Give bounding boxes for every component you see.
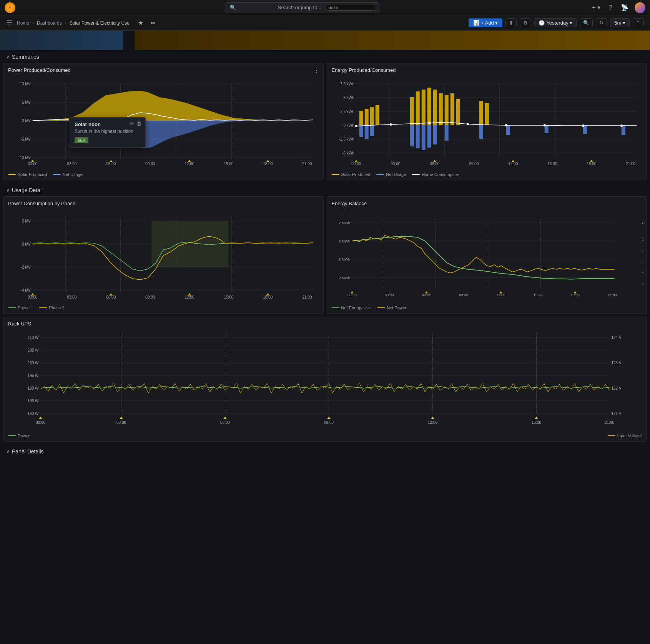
svg-text:0 kWh: 0 kWh: [343, 123, 354, 128]
breadcrumb-current[interactable]: Solar Power & Electricity Use: [70, 20, 130, 26]
svg-point-75: [466, 123, 469, 125]
svg-marker-25: [188, 160, 191, 162]
svg-text:-2 kW: -2 kW: [21, 265, 31, 269]
phase-legend: Phase 1 Phase 2: [3, 303, 323, 313]
breadcrumb-nav: ☰ Home › Dashboards › Solar Power & Elec…: [0, 15, 650, 31]
top-nav-right: + ▾ ? 📡: [590, 2, 645, 13]
menu-icon[interactable]: ☰: [6, 19, 12, 27]
edit-icon[interactable]: ✏: [130, 121, 134, 126]
delete-icon[interactable]: 🗑: [136, 121, 141, 126]
add-nav-button[interactable]: + ▾: [590, 2, 603, 13]
svg-rect-45: [370, 107, 374, 125]
svg-rect-61: [410, 125, 414, 146]
svg-marker-146: [574, 291, 577, 294]
svg-text:18:00: 18:00: [570, 293, 580, 297]
upload-button[interactable]: ⬆: [505, 18, 517, 27]
star-button[interactable]: ★: [136, 18, 146, 28]
add-icon: 📊: [473, 20, 479, 26]
svg-marker-145: [499, 291, 502, 294]
rack-power-label: Power: [18, 433, 30, 438]
breadcrumb-sep-1: ›: [32, 20, 34, 26]
svg-text:12:00: 12:00: [496, 293, 505, 297]
svg-text:00:00: 00:00: [28, 162, 37, 166]
panel-energy: Energy Produced/Consumed 7.5 kWh 5 kWh 2…: [327, 63, 647, 180]
time-range-button[interactable]: 🕐 Yesterday ▾: [534, 18, 577, 27]
svg-marker-116: [266, 293, 269, 295]
add-button[interactable]: 📊 + Add ▾: [469, 18, 502, 27]
svg-text:-4 kW: -4 kW: [21, 288, 31, 292]
svg-text:12:00: 12:00: [508, 162, 518, 166]
svg-text:185 W: 185 W: [28, 399, 39, 403]
panel-power-title: Power Produced/Consumed: [3, 63, 323, 75]
svg-rect-49: [421, 90, 425, 125]
svg-marker-90: [511, 160, 514, 162]
svg-text:03:00: 03:00: [67, 162, 76, 166]
svg-text:00:00: 00:00: [351, 162, 361, 166]
svg-text:09:00: 09:00: [459, 293, 468, 297]
legend-solar-produced: Solar Produced: [8, 172, 47, 177]
svg-marker-91: [590, 160, 593, 162]
refresh-button[interactable]: ↻: [596, 18, 607, 27]
svg-rect-67: [479, 125, 483, 139]
svg-marker-114: [110, 293, 113, 295]
svg-text:00:00: 00:00: [347, 293, 357, 297]
tooltip-tag: sun: [75, 137, 88, 143]
breadcrumb-dashboards[interactable]: Dashboards: [37, 20, 62, 26]
interval-button[interactable]: 5m ▾: [610, 18, 630, 27]
zoom-out-button[interactable]: 🔍: [580, 18, 593, 27]
time-range-label: Yesterday ▾: [546, 20, 572, 26]
panel-rack-title: Rack UPS: [3, 317, 647, 328]
svg-text:195 W: 195 W: [28, 373, 39, 378]
panel-power-menu[interactable]: ⋮: [313, 66, 319, 74]
phase2-label: Phase 2: [49, 305, 64, 310]
usage-chevron: ∨: [6, 188, 10, 193]
svg-rect-57: [485, 103, 489, 125]
panels-row-1: Power Produced/Consumed ⋮ 10 kW 5 kW 0 k…: [0, 63, 650, 183]
energy-legend-home: Home Consumption: [412, 172, 459, 177]
svg-text:15:00: 15:00: [224, 295, 233, 299]
svg-text:-5 kWh: -5 kWh: [342, 151, 354, 155]
svg-text:-8 kW: -8 kW: [642, 281, 643, 285]
svg-text:06:00: 06:00: [106, 162, 116, 166]
svg-text:0 kW: 0 kW: [22, 119, 31, 123]
summaries-section-header[interactable]: ∨ Summaries: [0, 50, 650, 63]
breadcrumb-home[interactable]: Home: [17, 20, 29, 26]
avatar[interactable]: [635, 2, 645, 13]
rss-button[interactable]: 📡: [618, 2, 631, 13]
search-bar[interactable]: 🔍 Search or jump to... ctrl+k: [226, 2, 379, 13]
svg-rect-51: [433, 90, 437, 125]
svg-text:190 W: 190 W: [28, 386, 39, 390]
panel-rack: Rack UPS 210 W 205 W 200 W 195 W 190 W 1…: [3, 317, 647, 442]
svg-text:15:00: 15:00: [533, 293, 542, 297]
panel-phase: Power Consumption by Phase 2 kW 0 kW -2 …: [3, 196, 324, 314]
svg-text:2 kW: 2 kW: [642, 221, 643, 225]
help-button[interactable]: ?: [607, 3, 615, 13]
svg-rect-66: [444, 125, 448, 141]
svg-text:10 kW: 10 kW: [20, 82, 31, 86]
svg-rect-55: [456, 99, 460, 125]
breadcrumb-sep-2: ›: [65, 20, 66, 26]
svg-rect-60: [370, 125, 374, 136]
rack-ups-row: Rack UPS 210 W 205 W 200 W 195 W 190 W 1…: [0, 317, 650, 445]
net-energy-label: Net Energy Use: [341, 305, 371, 310]
balance-legend-net-power: Net Power: [377, 305, 406, 310]
collapse-button[interactable]: ⌃: [633, 18, 644, 27]
svg-text:00:00: 00:00: [28, 295, 37, 299]
balance-legend: Net Energy Use Net Power: [327, 303, 647, 313]
svg-text:21:00: 21:00: [626, 162, 635, 166]
tooltip-edit-icons: ✏ 🗑: [130, 121, 141, 126]
app-logo[interactable]: [5, 2, 15, 13]
balance-legend-net-energy: Net Energy Use: [332, 305, 371, 310]
svg-text:12:00: 12:00: [428, 420, 437, 425]
usage-section-header[interactable]: ∨ Usage Detail: [0, 183, 650, 196]
rack-legend-voltage: Input Voltage: [608, 433, 642, 438]
settings-button[interactable]: ⚙: [520, 18, 531, 27]
svg-marker-89: [433, 160, 436, 162]
phase-chart-area: 2 kW 0 kW -2 kW -4 kW 00:00 03:00 06:00: [3, 208, 323, 303]
svg-text:18:00: 18:00: [587, 162, 596, 166]
panel-details-header[interactable]: ∨ Panel Details: [0, 445, 650, 458]
panel-details-label: Panel Details: [12, 448, 44, 455]
power-chart-area: 10 kW 5 kW 0 kW -5 kW -10 kW 00:00 03:00: [3, 75, 323, 170]
share-button[interactable]: ⇔: [148, 18, 158, 28]
svg-text:-6 kW: -6 kW: [642, 270, 643, 274]
